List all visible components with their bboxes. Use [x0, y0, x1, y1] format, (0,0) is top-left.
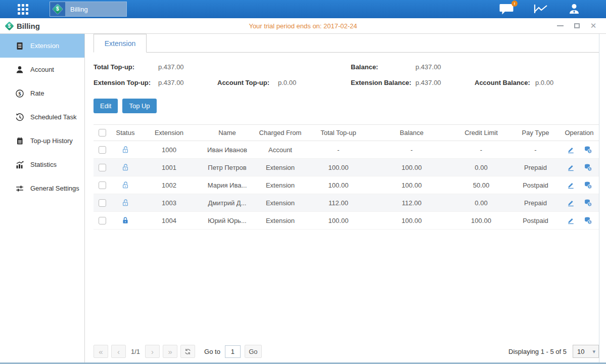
reports-icon[interactable]	[533, 4, 548, 15]
top-up-row-icon[interactable]: $	[584, 216, 592, 224]
account-topup-label: Account Top-up:	[217, 79, 278, 86]
cell-credit-limit: 0.00	[451, 164, 511, 171]
tabstrip: Extension	[94, 34, 599, 53]
apps-grid-icon[interactable]	[18, 4, 28, 15]
goto-label: Go to	[204, 348, 220, 355]
extension-balance-label: Extension Balance:	[351, 79, 415, 86]
sidebar-item-statistics[interactable]: Statistics	[0, 153, 84, 176]
table-row: 1002 Мария Ива... Extension 100.00 100.0…	[94, 176, 599, 194]
row-checkbox[interactable]	[99, 181, 106, 189]
column-extension: Extension	[140, 129, 198, 136]
main-panel: Extension Total Top-up: p.437.00 Extensi…	[85, 34, 606, 362]
prev-page-button[interactable]: ‹	[111, 345, 126, 358]
top-up-button[interactable]: Top Up	[122, 99, 156, 113]
cell-extension: 1004	[140, 217, 198, 224]
edit-row-icon[interactable]	[567, 146, 575, 154]
top-up-row-icon[interactable]: $	[584, 163, 592, 171]
table-row: 1001 Петр Петров Extension 100.00 100.00…	[94, 159, 599, 176]
extension-topup-value: p.437.00	[158, 79, 217, 86]
table-row: 1004 Юрий Юрь... Extension 100.00 100.00…	[94, 212, 599, 230]
general-settings-icon	[15, 184, 24, 193]
taskbar-tab-label: Billing	[70, 6, 88, 13]
sidebar-item-label: Account	[30, 66, 54, 73]
maximize-icon[interactable]	[571, 21, 582, 31]
cell-charged-from: Extension	[256, 217, 304, 224]
last-page-button[interactable]: »	[163, 345, 177, 358]
minimize-icon[interactable]	[554, 21, 566, 31]
account-balance-value: p.0.00	[535, 79, 553, 86]
total-topup-value: p.437.00	[158, 63, 217, 71]
first-page-button[interactable]: «	[94, 345, 108, 358]
cell-total-topup: 100.00	[304, 181, 372, 189]
cell-extension: 1003	[140, 199, 198, 207]
edit-row-icon[interactable]	[567, 216, 575, 224]
taskbar-billing-tab[interactable]: $ Billing	[50, 2, 127, 17]
app-window: $ Billing !	[0, 0, 606, 364]
extension-topup-label: Extension Top-up:	[94, 79, 158, 86]
cell-charged-from: Extension	[256, 164, 304, 171]
trial-notice: Your trial period ends on: 2017-02-24	[0, 22, 606, 30]
sidebar-item-topup-history[interactable]: Top-up History	[0, 129, 84, 153]
sidebar-item-label: Statistics	[30, 161, 57, 168]
displaying-text: Displaying 1 - 5 of 5	[508, 348, 567, 355]
cell-total-topup: -	[304, 146, 372, 154]
goto-page-input[interactable]	[225, 345, 241, 358]
sidebar: Extension Account $ Rate Scheduled Task	[0, 34, 85, 362]
tab-extension[interactable]: Extension	[94, 34, 147, 53]
sidebar-item-label: Extension	[30, 42, 59, 50]
edit-row-icon[interactable]	[567, 181, 575, 189]
row-checkbox[interactable]	[99, 146, 106, 154]
cell-balance: 100.00	[372, 217, 451, 224]
refresh-button[interactable]	[180, 345, 195, 358]
column-operation: Operation	[560, 129, 599, 136]
user-icon[interactable]	[568, 3, 581, 15]
total-topup-label: Total Top-up:	[94, 63, 158, 71]
cell-pay-type: Postpaid	[511, 181, 560, 189]
sidebar-item-scheduled-task[interactable]: Scheduled Task	[0, 105, 84, 129]
cell-credit-limit: 0.00	[451, 199, 511, 207]
row-checkbox[interactable]	[99, 217, 106, 224]
sidebar-item-account[interactable]: Account	[0, 58, 84, 81]
go-button[interactable]: Go	[245, 345, 262, 358]
page-size-value: 10	[577, 348, 584, 355]
account-topup-value: p.0.00	[278, 79, 296, 86]
cell-credit-limit: -	[451, 146, 511, 154]
top-up-row-icon[interactable]: $	[584, 199, 592, 207]
edit-row-icon[interactable]	[567, 199, 575, 207]
sidebar-item-extension[interactable]: Extension	[0, 34, 84, 58]
cell-total-topup: 100.00	[304, 164, 372, 171]
extension-icon	[15, 41, 24, 51]
table-row: 1003 Дмитрий Д... Extension 112.00 112.0…	[94, 194, 599, 212]
row-checkbox[interactable]	[99, 164, 106, 171]
top-up-row-icon[interactable]: $	[584, 146, 592, 154]
notification-badge: !	[511, 1, 518, 7]
cell-extension: 1002	[140, 181, 198, 189]
row-checkbox[interactable]	[99, 199, 106, 207]
next-page-button[interactable]: ›	[145, 345, 160, 358]
column-status: Status	[111, 129, 140, 136]
billing-diamond-icon: $	[5, 21, 14, 30]
page-size-select[interactable]: 10 ▾	[573, 345, 599, 358]
taskbar: $ Billing !	[0, 0, 606, 18]
cell-total-topup: 112.00	[304, 199, 372, 207]
sidebar-item-label: Rate	[30, 89, 44, 97]
extension-table-body: 1000 Иван Иванов Account - - - - $	[94, 141, 599, 230]
sidebar-item-label: Top-up History	[30, 137, 73, 145]
cell-charged-from: Extension	[256, 199, 304, 207]
pagination-bar: « ‹ 1/1 › » Go to Go	[94, 345, 599, 358]
column-charged-from: Charged From	[256, 129, 304, 136]
close-icon[interactable]: ✕	[588, 21, 599, 31]
edit-button[interactable]: Edit	[94, 99, 118, 113]
cell-pay-type: Postpaid	[511, 217, 560, 224]
page-indicator: 1/1	[131, 348, 140, 355]
cell-pay-type: -	[511, 146, 560, 154]
sidebar-item-general-settings[interactable]: General Settings	[0, 176, 84, 200]
balance-label: Balance:	[351, 63, 415, 71]
edit-row-icon[interactable]	[567, 163, 575, 171]
messages-icon[interactable]: !	[499, 3, 514, 15]
select-all-checkbox[interactable]	[99, 129, 106, 136]
cell-balance: 100.00	[372, 181, 451, 189]
top-up-row-icon[interactable]: $	[584, 181, 592, 189]
status-unlocked-icon	[121, 181, 129, 189]
sidebar-item-rate[interactable]: $ Rate	[0, 81, 84, 105]
